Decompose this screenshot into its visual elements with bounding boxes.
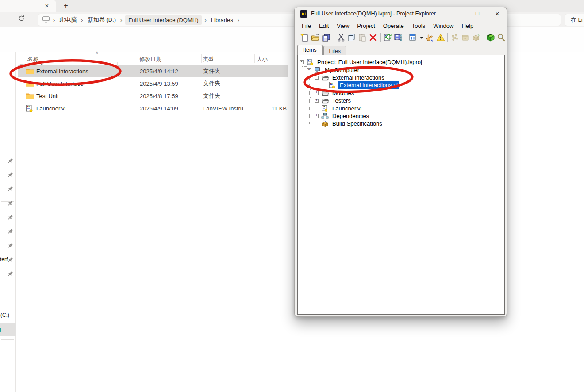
- screenshot-root: × + ↑ › 此电脑 › 新加卷 (D:) › Full User Inter…: [0, 0, 584, 392]
- toolbar-grip[interactable]: [297, 33, 298, 42]
- tree-row-my-computer[interactable]: - My Computer: [298, 66, 504, 73]
- menu-window[interactable]: Window: [429, 22, 457, 31]
- collapse-box-icon[interactable]: -: [300, 60, 304, 64]
- column-header-size[interactable]: 大小: [257, 56, 268, 63]
- menu-edit[interactable]: Edit: [315, 22, 333, 31]
- file-row[interactable]: Test Unit 2025/4/8 17:59 文件夹: [18, 90, 288, 102]
- tree-label[interactable]: Modules: [331, 89, 355, 97]
- search-input[interactable]: 在 Li: [565, 14, 584, 26]
- menu-project[interactable]: Project: [353, 22, 379, 31]
- column-divider[interactable]: [254, 54, 255, 63]
- tree-row-launcher-vi[interactable]: Launcher.vi: [298, 104, 504, 112]
- drive-c-partial-label[interactable]: (C:): [0, 312, 9, 318]
- file-row[interactable]: Launcher.vi 2025/4/9 14:09 LabVIEW Instr…: [18, 102, 288, 114]
- up-arrow-icon[interactable]: ↑: [0, 15, 1, 22]
- file-name: Launcher.vi: [36, 105, 66, 112]
- pin-icon[interactable]: [7, 270, 14, 278]
- collapse-box-icon[interactable]: -: [315, 76, 319, 80]
- tree-label-selected[interactable]: External interactions.vi: [338, 81, 399, 89]
- new-tab-button[interactable]: +: [61, 1, 71, 11]
- menu-operate[interactable]: Operate: [379, 22, 408, 31]
- crumb-drive-d[interactable]: 新加卷 (D:): [86, 16, 118, 24]
- pin-icon[interactable]: [7, 171, 14, 179]
- tree-label[interactable]: My Computer: [323, 66, 361, 74]
- menu-view[interactable]: View: [333, 22, 353, 31]
- search-partial-text: 在 Li: [571, 16, 583, 24]
- tree-row-modules[interactable]: + Modules: [298, 89, 504, 97]
- tree-label[interactable]: External interactions: [331, 74, 386, 81]
- file-row[interactable]: Full User Interface 2025/4/9 13:59 文件夹: [18, 77, 288, 90]
- tree-row-external-interactions[interactable]: - External interactions: [298, 74, 504, 81]
- column-divider[interactable]: [201, 54, 202, 63]
- green-cube-icon[interactable]: [486, 33, 495, 42]
- tree-label[interactable]: Build Specifications: [331, 120, 384, 127]
- cut-icon[interactable]: [337, 33, 346, 42]
- nav-selected-item[interactable]: [0, 323, 16, 336]
- pin-icon[interactable]: [7, 256, 14, 263]
- tree-row-build-specifications[interactable]: Build Specifications: [298, 120, 504, 127]
- copy-icon[interactable]: [347, 33, 356, 42]
- column-header-date[interactable]: 修改日期: [139, 56, 161, 63]
- tree-row-project[interactable]: - Project: Full User Interface(DQMH).lvp…: [298, 58, 504, 66]
- expand-box-icon[interactable]: +: [315, 99, 319, 103]
- save-all-icon[interactable]: [322, 33, 330, 42]
- minimize-button[interactable]: —: [450, 7, 464, 20]
- tree-row-testers[interactable]: + Testers: [298, 97, 504, 104]
- new-vi-icon[interactable]: [300, 33, 309, 42]
- tree-label[interactable]: Dependencies: [331, 112, 370, 120]
- pin-icon[interactable]: [7, 214, 14, 221]
- maximize-button[interactable]: □: [471, 7, 484, 20]
- tree-label[interactable]: Testers: [331, 97, 352, 104]
- pin-icon[interactable]: [7, 200, 14, 207]
- column-divider[interactable]: [136, 54, 136, 63]
- resolve-conflicts-icon[interactable]: [383, 33, 392, 42]
- chevron-icon: ›: [50, 17, 58, 23]
- my-computer-icon: [314, 67, 321, 73]
- paste-icon[interactable]: [358, 33, 367, 42]
- crumb-libraries[interactable]: Libraries: [209, 17, 235, 23]
- column-header-name[interactable]: 名称: [27, 56, 38, 63]
- tree-row-dependencies[interactable]: + Dependencies: [298, 112, 504, 120]
- chevron-icon: ›: [118, 17, 125, 23]
- tree-label[interactable]: Launcher.vi: [331, 105, 363, 112]
- window-grid-icon[interactable]: [409, 33, 418, 42]
- pin-icon[interactable]: [7, 186, 14, 193]
- labview-menu-bar: File Edit View Project Operate Tools Win…: [298, 22, 477, 31]
- close-button[interactable]: ×: [491, 7, 504, 20]
- virtual-folder-icon: [321, 74, 329, 81]
- save-hierarchy-icon[interactable]: [394, 33, 403, 42]
- menu-help[interactable]: Help: [457, 22, 477, 31]
- search-magnifier-icon[interactable]: [497, 33, 506, 42]
- tree-row-external-interactions-vi[interactable]: External interactions.vi: [298, 81, 504, 89]
- collapse-box-icon[interactable]: -: [307, 68, 311, 72]
- reorder-hand-icon[interactable]: [426, 33, 434, 42]
- menu-file[interactable]: File: [298, 22, 315, 31]
- menu-tools[interactable]: Tools: [408, 22, 429, 31]
- delete-x-icon[interactable]: [369, 33, 377, 42]
- crumb-project-folder[interactable]: Full User Interface (DQMH): [125, 15, 202, 25]
- tab-items[interactable]: Items: [297, 45, 323, 55]
- explorer-active-tab[interactable]: ×: [0, 0, 56, 12]
- file-row-selected[interactable]: External interactions 2025/4/9 14:12 文件夹: [18, 65, 288, 77]
- pin-icon[interactable]: [7, 228, 14, 235]
- file-date: 2025/4/9 13:59: [140, 80, 178, 87]
- tree-label[interactable]: Project: Full User Interface(DQMH).lvpro…: [316, 58, 423, 66]
- tab-close-icon[interactable]: ×: [42, 1, 51, 10]
- tab-files[interactable]: Files: [323, 46, 346, 55]
- open-project-icon[interactable]: [311, 33, 320, 42]
- expand-box-icon[interactable]: +: [315, 114, 319, 118]
- labview-title-bar[interactable]: Full User Interface(DQMH).lvproj - Proje…: [295, 7, 507, 20]
- sort-ascending-caret-icon: ∧: [96, 50, 99, 55]
- toolbar-grip[interactable]: [483, 33, 484, 42]
- toolbar-grip[interactable]: [380, 33, 381, 42]
- crumb-this-pc[interactable]: 此电脑: [58, 16, 78, 24]
- warning-icon[interactable]: [436, 33, 445, 42]
- pin-icon[interactable]: [7, 157, 14, 164]
- refresh-icon[interactable]: [18, 15, 25, 23]
- file-type: 文件夹: [203, 67, 220, 75]
- pin-icon[interactable]: [7, 242, 14, 249]
- column-header-type[interactable]: 类型: [203, 56, 214, 63]
- dropdown-arrow-icon[interactable]: [420, 37, 423, 39]
- toolbar-grip[interactable]: [447, 33, 449, 42]
- expand-box-icon[interactable]: +: [315, 91, 319, 95]
